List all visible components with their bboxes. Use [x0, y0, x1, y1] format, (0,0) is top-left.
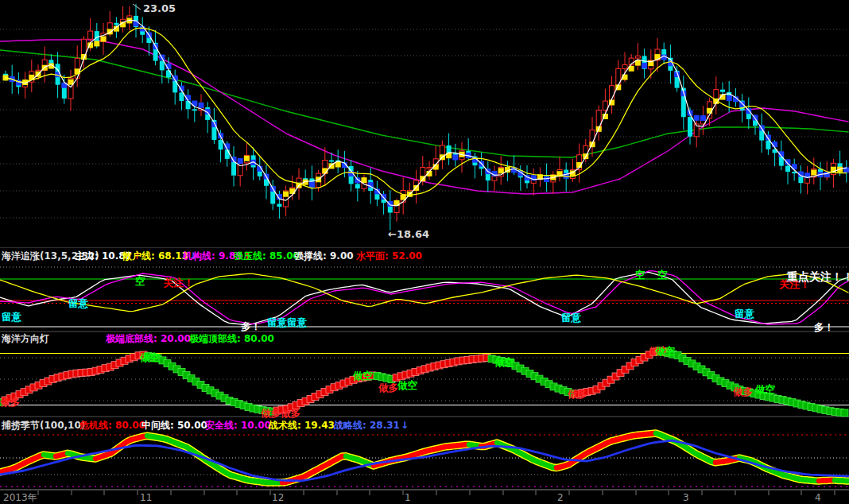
signal-label: 留意 — [2, 311, 22, 323]
indicator-reading: 极端底部线: 20.00 — [106, 332, 191, 346]
low-price-marker: ←18.64 — [388, 228, 429, 240]
indicator-reading: 危机线: 80.00 — [79, 419, 145, 432]
signal-label: 做多 — [0, 396, 20, 408]
signal-label: 空 — [135, 275, 145, 287]
signal-label: 空 — [657, 269, 668, 281]
signal-label: 关注！ — [163, 277, 194, 289]
indicator-reading: 水平面: 52.00 — [356, 250, 422, 263]
time-axis[interactable]: 2013年11121234 — [0, 490, 849, 503]
signal-label: 做多做多 — [260, 407, 300, 419]
axis-month-label: 2 — [557, 492, 564, 503]
signal-label: 留意留意 — [267, 316, 308, 328]
signal-label: 多！ — [814, 321, 834, 333]
signal-label: 留意 — [68, 297, 89, 309]
indicator-header-haiyang-zhuizhang: 海洋追涨(13,5,2,52)主力: 10.87↑散户线: 68.13↓机构线:… — [0, 250, 849, 264]
axis-month-label: 1 — [405, 492, 411, 503]
indicator-panel-fangxiangdeng: 做多做空做多做多做空做多做空做空做多做空做空做多做空 — [0, 345, 849, 419]
signal-label: 做多 — [567, 388, 587, 400]
signal-label: 做多 — [378, 382, 398, 394]
indicator-title[interactable]: 捕捞季节(100,10) — [2, 419, 85, 432]
indicator-reading: 强撑线: 9.00 — [294, 250, 354, 263]
indicator-reading: 中间线: 50.00 — [142, 419, 207, 432]
main-price-panel — [0, 29, 849, 218]
indicator-reading: 极端顶部线: 80.00 — [189, 332, 274, 346]
axis-month-label: 4 — [815, 492, 821, 503]
axis-month-label: 12 — [272, 492, 284, 503]
signal-label: 做空 — [352, 370, 374, 382]
signal-label: 空 — [635, 269, 645, 281]
indicator-panel-bulao-jijie — [0, 433, 849, 487]
indicator-title[interactable]: 海洋方向灯 — [2, 332, 49, 346]
signal-label: 做多 — [732, 386, 753, 397]
signal-label: 做空 — [139, 351, 161, 363]
signal-label: 留意 — [561, 312, 582, 324]
stock-charting-app: 留意留意空关注！多！留意留意留意空空留意关注！重点关注！！多！做多做空做多做多做… — [0, 0, 849, 504]
axis-month-label: 11 — [140, 492, 152, 503]
signal-label: 留意 — [735, 308, 755, 320]
indicator-header-haiyang-fangxiangdeng: 海洋方向灯极端底部线: 20.00极端顶部线: 80.00 — [0, 332, 849, 347]
signal-label: 重点关注！！ — [786, 270, 849, 283]
indicator-reading: 战略线: 28.31↓ — [334, 419, 409, 432]
down-arrow-icon: ↓ — [401, 420, 409, 431]
high-price-marker: 23.05 — [143, 2, 176, 14]
candles — [3, 4, 849, 231]
axis-month-label: 3 — [683, 492, 689, 503]
axis-month-label: 2013年 — [3, 492, 37, 503]
indicator-reading: 战术线: 19.43↑ — [269, 419, 343, 432]
signal-label: 做空 — [397, 379, 418, 391]
signal-label: 多！ — [241, 320, 261, 332]
indicator-reading: 安全线: 10.00 — [205, 419, 271, 432]
signal-label: 做空 — [494, 356, 515, 368]
signal-label: 做空 — [754, 383, 776, 395]
indicator-reading: 强压线: 85.00 — [234, 250, 300, 263]
indicator-header-bulao-jijie: 捕捞季节(100,10)危机线: 80.00中间线: 50.00安全线: 10.… — [0, 419, 849, 433]
ma-overlays — [6, 4, 847, 206]
